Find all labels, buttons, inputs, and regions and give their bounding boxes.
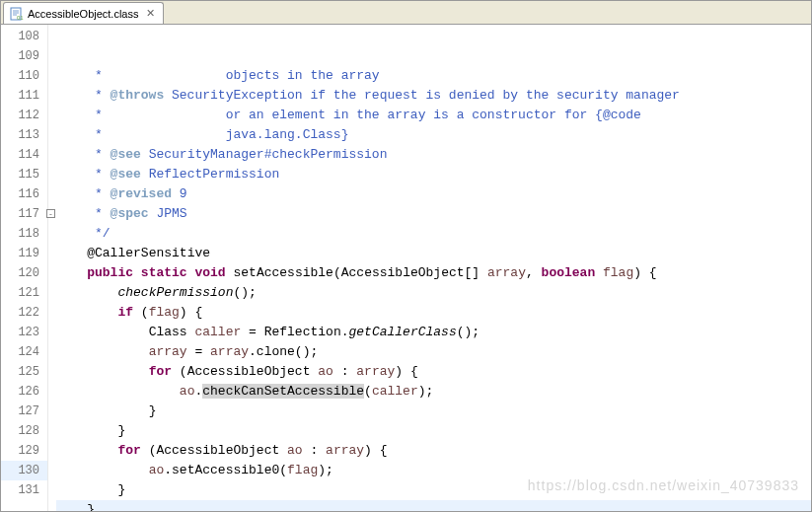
code-line: ao.checkCanSetAccessible(caller);: [56, 382, 811, 402]
code-line: }: [56, 421, 811, 441]
code-line: * objects in the array: [56, 66, 811, 86]
line-number: 112: [1, 106, 47, 125]
line-number: 119: [1, 244, 47, 263]
line-number: 108: [1, 27, 47, 46]
code-line: Class caller = Reflection.getCallerClass…: [56, 323, 811, 342]
editor-tab[interactable]: 010 AccessibleObject.class ✕: [3, 2, 164, 24]
line-number: 123: [1, 323, 47, 342]
line-number-gutter[interactable]: 108109110111112113114115116117-118119120…: [1, 25, 48, 511]
line-number: 115: [1, 165, 47, 184]
line-number: 122: [1, 303, 47, 323]
close-icon[interactable]: ✕: [145, 8, 157, 20]
line-number: 129: [1, 441, 47, 461]
code-line: }: [56, 500, 811, 512]
code-line: */: [56, 224, 811, 244]
line-number: 120: [1, 263, 47, 283]
code-line: * @throws SecurityException if the reque…: [56, 86, 811, 106]
tab-title: AccessibleObject.class: [28, 8, 139, 20]
line-number: 114: [1, 145, 47, 165]
line-number: 116: [1, 184, 47, 204]
code-line: }: [56, 402, 811, 421]
code-line: for (AccessibleObject ao : array) {: [56, 441, 811, 461]
code-area[interactable]: * objects in the array * @throws Securit…: [48, 25, 811, 511]
line-number: 113: [1, 125, 47, 145]
line-number: 117-: [1, 204, 47, 224]
code-line: * or an element in the array is a constr…: [56, 106, 811, 125]
line-number: 126: [1, 382, 47, 402]
line-number: 127: [1, 402, 47, 421]
code-line: @CallerSensitive: [56, 244, 811, 263]
line-number: 121: [1, 283, 47, 303]
line-number: 130: [1, 461, 47, 480]
line-number: 125: [1, 362, 47, 382]
line-number: 131: [1, 480, 47, 500]
svg-text:010: 010: [17, 15, 24, 21]
class-file-icon: 010: [10, 7, 24, 21]
code-line: * @spec JPMS: [56, 204, 811, 224]
code-line: public static void setAccessible(Accessi…: [56, 263, 811, 283]
line-number: 128: [1, 421, 47, 441]
code-line: checkPermission();: [56, 283, 811, 303]
line-number: 118: [1, 224, 47, 244]
code-line: * java.lang.Class}: [56, 125, 811, 145]
line-number: 124: [1, 342, 47, 362]
code-line: for (AccessibleObject ao : array) {: [56, 362, 811, 382]
code-line: * @see SecurityManager#checkPermission: [56, 145, 811, 165]
code-line: array = array.clone();: [56, 342, 811, 362]
line-number: 109: [1, 46, 47, 66]
code-line: * @see ReflectPermission: [56, 165, 811, 184]
line-number: 111: [1, 86, 47, 106]
code-editor: 108109110111112113114115116117-118119120…: [1, 25, 811, 511]
line-number: 110: [1, 66, 47, 86]
code-line: if (flag) {: [56, 303, 811, 323]
code-line: * @revised 9: [56, 184, 811, 204]
code-line: }: [56, 480, 811, 500]
tab-bar: 010 AccessibleObject.class ✕: [1, 1, 811, 25]
code-line: ao.setAccessible0(flag);: [56, 461, 811, 480]
